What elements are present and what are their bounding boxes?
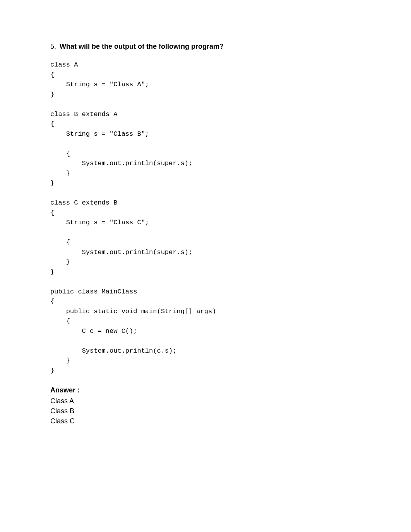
answer-line-2: Class B [50, 406, 361, 416]
question-text: What will be the output of the following… [60, 43, 224, 50]
question-number: 5. [50, 43, 56, 50]
answer-line-1: Class A [50, 396, 361, 406]
question-line: 5. What will be the output of the follow… [50, 43, 361, 51]
code-block: class A { String s = "Class A"; } class … [50, 60, 361, 375]
answer-line-3: Class C [50, 416, 361, 426]
answer-label: Answer : [50, 386, 361, 394]
